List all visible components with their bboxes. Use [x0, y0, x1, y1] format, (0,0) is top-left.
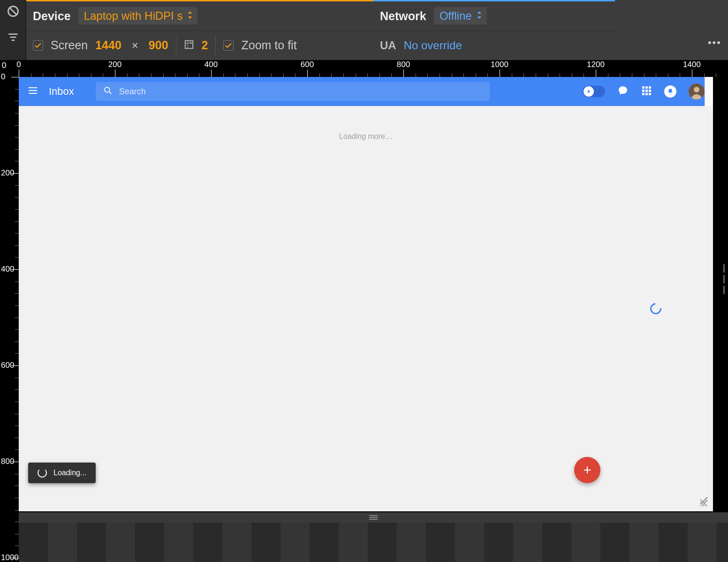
avatar[interactable] [689, 84, 705, 99]
side-spinner-icon [648, 301, 664, 317]
svg-rect-19 [369, 515, 378, 516]
device-select[interactable]: Laptop with HiDPI s [78, 7, 198, 24]
emulated-viewport: Inbox [19, 77, 713, 511]
svg-rect-13 [649, 90, 651, 92]
loading-more-text: Loading more… [19, 106, 713, 141]
resize-handle-icon[interactable] [699, 495, 708, 507]
zoom-checkbox[interactable] [223, 40, 234, 51]
svg-rect-5 [185, 40, 193, 48]
ua-label: UA [380, 39, 396, 52]
search-box[interactable] [96, 82, 490, 101]
filter-icon[interactable] [7, 31, 19, 45]
dimension-x: × [132, 39, 138, 52]
search-input[interactable] [119, 87, 482, 97]
device-label: Device [33, 9, 71, 23]
search-icon [103, 86, 113, 97]
compose-fab[interactable]: + [574, 457, 600, 483]
svg-rect-2 [8, 33, 18, 35]
svg-rect-12 [645, 90, 648, 92]
devtools-toolbar: Device Laptop with HiDPI s Screen 1440 ×… [26, 0, 728, 60]
svg-rect-11 [642, 90, 645, 92]
dpr-value[interactable]: 2 [202, 38, 208, 52]
screen-label: Screen [51, 38, 88, 52]
svg-rect-16 [649, 93, 651, 95]
svg-line-7 [109, 92, 111, 94]
hamburger-icon[interactable] [27, 85, 38, 98]
svg-rect-3 [10, 37, 16, 38]
loading-toast: Loading... [28, 463, 96, 483]
vertical-grip-icon[interactable] [720, 263, 728, 296]
svg-rect-21 [369, 519, 378, 520]
screen-width[interactable]: 1440 [95, 38, 121, 52]
network-panel: Network Offline UA No override [373, 0, 615, 60]
app-content: Loading more… + Loading... [19, 106, 713, 511]
app-title: Inbox [49, 85, 74, 98]
svg-rect-20 [369, 517, 378, 518]
dpr-icon [184, 39, 194, 52]
svg-point-18 [694, 87, 699, 92]
screen-checkbox[interactable] [33, 40, 43, 51]
chat-icon[interactable] [617, 85, 629, 98]
svg-rect-8 [642, 86, 645, 89]
svg-rect-14 [642, 93, 645, 95]
viewport-drag-bar[interactable] [19, 512, 728, 523]
screen-height[interactable]: 900 [149, 38, 168, 52]
ruler-vertical: 02004006008001000 [0, 77, 19, 562]
device-panel: Device Laptop with HiDPI s Screen 1440 ×… [26, 0, 373, 60]
toast-spinner-icon [38, 468, 47, 478]
ua-value-link[interactable]: No override [404, 39, 462, 52]
svg-rect-15 [645, 93, 648, 95]
notifications-icon[interactable] [664, 85, 676, 98]
below-viewport-grid [19, 523, 728, 562]
svg-point-6 [105, 87, 110, 92]
toast-text: Loading... [53, 469, 86, 477]
more-menu-icon[interactable]: ••• [708, 37, 721, 49]
no-entry-icon[interactable] [7, 5, 20, 20]
network-label: Network [380, 9, 426, 23]
devtools-sidebar [0, 0, 26, 60]
zoom-label: Zoom to fit [241, 38, 296, 52]
svg-rect-9 [645, 86, 648, 89]
apps-grid-icon[interactable] [641, 85, 652, 98]
svg-rect-10 [649, 86, 651, 89]
ruler-horizontal: 0200400600800100012001400 [19, 60, 728, 77]
network-select[interactable]: Offline [434, 7, 487, 24]
app-header: Inbox [19, 77, 713, 106]
svg-rect-4 [11, 39, 15, 41]
pin-toggle[interactable] [583, 86, 605, 97]
svg-line-1 [9, 8, 16, 15]
